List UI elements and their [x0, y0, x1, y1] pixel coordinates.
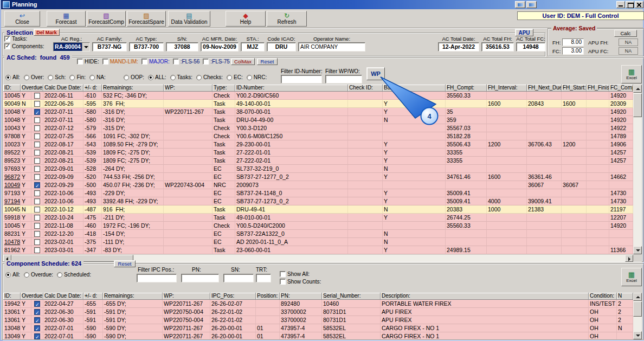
checkbox-major[interactable]: MAJOR: — [141, 59, 170, 65]
scroll-right-button[interactable] — [625, 255, 633, 262]
del-mark-button[interactable]: Del Mark — [34, 29, 60, 36]
help-button[interactable]: ◆ Help — [226, 11, 266, 27]
radio-circle[interactable] — [89, 75, 95, 80]
column-header-type[interactable]: Type: — [212, 85, 235, 92]
overdue-checkbox[interactable] — [34, 133, 40, 139]
ac-sched-excel-button[interactable]: Excel — [621, 65, 642, 83]
radio-circle[interactable] — [196, 75, 202, 80]
filter-id-number-input[interactable] — [281, 75, 322, 83]
checkbox-box[interactable] — [280, 279, 286, 285]
overdue-checkbox[interactable] — [34, 117, 40, 123]
radio-tasks[interactable]: Tasks: — [170, 74, 192, 80]
radio-ec[interactable]: EC: — [227, 74, 243, 80]
component-table-vertical-scrollbar[interactable] — [633, 293, 642, 339]
table-row-97193[interactable]: 97193Y2022-10-06-493-229 DY;ECSB737-24-1… — [3, 189, 633, 197]
radio-fin[interactable]: Fin: — [69, 74, 86, 80]
checkbox-box[interactable] — [141, 59, 147, 65]
radio-na[interactable]: NA: — [89, 74, 106, 80]
column-header-ipc-pos[interactable]: IPC_Pos: — [210, 293, 256, 300]
table-row-13061[interactable]: 13061Y2022-06-30-591-591 DY;WP220750-004… — [3, 308, 633, 316]
column-header-overdue[interactable]: Overdue: — [21, 85, 43, 92]
column-header-fh-compt[interactable]: FH_Compt: — [446, 85, 487, 92]
overdue-checkbox[interactable] — [34, 247, 40, 253]
column-header-remainings[interactable]: Remainings: — [102, 85, 164, 92]
checkbox-box[interactable] — [4, 43, 10, 49]
column-header-pn[interactable]: PN: — [280, 293, 322, 300]
scroll-up-button[interactable] — [633, 85, 642, 93]
apu-button[interactable]: APU — [515, 29, 533, 36]
overdue-checkbox[interactable] — [34, 223, 40, 229]
checkbox-show-counts[interactable]: Show Counts: — [280, 279, 321, 285]
radio-sch[interactable]: Sch: — [48, 74, 66, 80]
radio-all[interactable]: ALL: — [148, 74, 166, 80]
overdue-checkbox[interactable] — [34, 215, 40, 221]
column-header-position[interactable]: Position: — [256, 293, 280, 300]
overdue-checkbox[interactable] — [34, 158, 40, 164]
table-row-88231[interactable]: 88231Y2022-12-20-418-154 DY;ECSB737-22A1… — [3, 230, 633, 238]
table-row-100439[interactable]: 100439Y2022-07-12-579-315 DY;CheckY00.3-… — [3, 124, 633, 132]
fc-value-box[interactable]: 3.00 — [562, 47, 584, 55]
radio-circle[interactable] — [170, 75, 176, 80]
forecast-spare-button[interactable]: ▨ ForecastSpare — [127, 11, 166, 27]
minimize-button[interactable] — [616, 1, 625, 8]
radio-circle[interactable] — [247, 75, 252, 80]
overdue-checkbox[interactable] — [34, 166, 40, 172]
overdue-checkbox[interactable] — [34, 150, 40, 156]
ac-table-horizontal-scrollbar[interactable] — [3, 255, 633, 262]
radio-all[interactable]: All: — [5, 74, 20, 80]
table-row-13049[interactable]: 13049Y2022-07-01-590-590 DY;WP220711-267… — [3, 332, 633, 339]
forecast-comp-button[interactable]: ▧ ForecastComp — [87, 11, 126, 27]
radio-oop[interactable]: OOP: — [124, 74, 144, 80]
component-reset-button[interactable]: Reset — [114, 260, 136, 267]
table-row-13061[interactable]: 13061Y2022-06-30-591-591 DY;WP220750-004… — [3, 316, 633, 324]
titlebar-extra-icon-2[interactable] — [526, 1, 537, 8]
radio-circle[interactable] — [24, 75, 29, 80]
overdue-checkbox[interactable] — [34, 207, 40, 213]
close-window-button[interactable] — [635, 1, 643, 8]
table-row-100454[interactable]: 100454N2022-10-12-487916 FH;TaskDRU-49-4… — [3, 205, 633, 214]
table-row-90049[interactable]: 90049N2022-06-26-595376 FH;Task49-140-00… — [3, 100, 633, 108]
filter-pn-input[interactable] — [181, 274, 219, 282]
overdue-checkbox[interactable] — [34, 309, 40, 315]
column-header-fh-finish[interactable]: FH_Finish: — [587, 85, 609, 92]
overdue-checkbox[interactable] — [34, 182, 40, 188]
overdue-checkbox[interactable] — [34, 198, 40, 204]
overdue-checkbox[interactable] — [34, 93, 40, 99]
radio-over[interactable]: Over: — [24, 74, 44, 80]
checkbox-box[interactable] — [102, 59, 108, 65]
checkbox-show-all[interactable]: Show All: — [280, 271, 321, 277]
table-row-97194[interactable]: 97194Y2022-10-06-4933392.48 FH; -229 DY;… — [3, 197, 633, 205]
checkbox-box[interactable] — [280, 271, 286, 277]
ac-table-vertical-scrollbar[interactable] — [633, 85, 642, 254]
checkbox-components[interactable]: Components: — [4, 43, 44, 49]
radio-circle[interactable] — [57, 272, 62, 278]
scroll-up-button[interactable] — [633, 293, 642, 301]
titlebar[interactable]: Planning — [1, 0, 643, 9]
table-row-100499[interactable]: 100499Y2022-09-29-500450.07 FH; -236 DY;… — [3, 181, 633, 189]
table-row-96872[interactable]: 96872Y2022-09-09-520744.53 FH; -256 DY;E… — [3, 173, 633, 181]
fh-value-box[interactable]: 8.00 — [562, 38, 584, 46]
overdue-checkbox[interactable] — [34, 190, 40, 196]
overdue-checkbox[interactable] — [34, 174, 40, 180]
checkbox-hide[interactable]: HIDE: — [77, 59, 99, 65]
radio-circle[interactable] — [5, 75, 11, 80]
ac-reg-combobox[interactable]: RA-80004 — [53, 42, 90, 52]
checkbox-box[interactable] — [4, 36, 10, 42]
filter-ipc-pos-input[interactable] — [137, 274, 177, 282]
column-header-fh-next-due[interactable]: FH_Next_Due: — [527, 85, 562, 92]
column-header-d[interactable]: +/- d: — [83, 85, 102, 92]
table-row-97693[interactable]: 97693Y2022-09-01-528-264 DY;ECSL737-32-2… — [3, 165, 633, 173]
checkbox-box[interactable] — [203, 59, 209, 65]
radio-circle[interactable] — [148, 75, 153, 80]
checkbox-tasks[interactable]: Tasks: — [4, 36, 44, 42]
scroll-down-button[interactable] — [633, 331, 642, 339]
table-row-100485[interactable]: 100485Y2022-07-11-580-316 DY;WP220711-26… — [3, 108, 633, 116]
column-header-fh-start[interactable]: FH_Start: — [562, 85, 587, 92]
filter-trt-input[interactable] — [256, 274, 271, 282]
overdue-checkbox[interactable] — [34, 239, 40, 245]
table-row-100486[interactable]: 100486Y2022-07-11-580-316 DY;TaskDRU-04-… — [3, 116, 633, 124]
data-validation-button[interactable]: ▤ Data Validation — [168, 11, 210, 27]
column-header-id-number[interactable]: ID-Number: — [235, 85, 348, 92]
ac-sched-reset-button[interactable]: Reset — [257, 58, 278, 65]
column-header-fh-interval[interactable]: FH_Interval: — [487, 85, 527, 92]
